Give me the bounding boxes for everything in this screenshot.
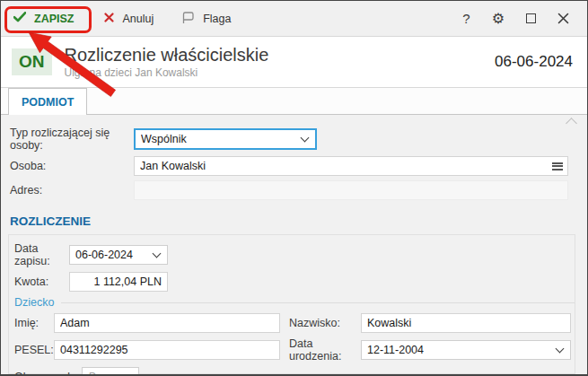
osoba-input-wrap — [134, 156, 568, 176]
pesel-urodzenia-row: PESEL: Data urodzenia: 12-11-2004 — [14, 337, 575, 363]
adres-field — [134, 180, 568, 200]
checkmark-icon — [13, 12, 26, 25]
kwota-row: Kwota: — [14, 272, 575, 292]
close-button[interactable] — [557, 13, 569, 24]
cancel-button-label: Anuluj — [122, 13, 154, 25]
rozliczenie-section: Data zapisu: 06-06-2024 Kwota: Dziecko I… — [8, 234, 575, 374]
window-controls: ? ⚙ — [462, 12, 587, 26]
nazwisko-label: Nazwisko: — [289, 317, 361, 329]
dziecko-legend[interactable]: Dziecko — [14, 296, 61, 309]
imie-input[interactable] — [54, 313, 280, 333]
pesel-label: PESEL: — [14, 344, 54, 356]
nazwisko-input[interactable] — [361, 313, 571, 333]
record-header: ON Rozliczenie właścicielskie Ulga na dz… — [1, 37, 587, 88]
rozliczenie-heading: ROZLICZENIE — [10, 214, 587, 228]
okresy-od-placeholder: Początek — [88, 371, 118, 376]
chevron-down-icon — [124, 372, 133, 376]
okresy-od-select[interactable]: Początek — [82, 367, 139, 376]
adres-label: Adres: — [10, 184, 134, 197]
typ-osoby-label: Typ rozliczającej się osoby: — [10, 127, 134, 152]
data-urodzenia-value: 12-11-2004 — [367, 344, 549, 356]
imie-nazwisko-row: Imię: Nazwisko: — [14, 313, 575, 333]
menu-icon[interactable] — [552, 161, 563, 171]
chevron-down-icon — [153, 249, 162, 258]
data-zapisu-value: 06-06-2024 — [75, 249, 146, 261]
flag-button-label: Flaga — [203, 13, 231, 25]
data-urodzenia-select[interactable]: 12-11-2004 — [361, 340, 571, 360]
pesel-input[interactable] — [54, 340, 280, 360]
osoba-row: Osoba: — [10, 156, 587, 176]
toolbar: ZAPISZ Anuluj Flaga ? ⚙ — [1, 1, 587, 37]
page-title: Rozliczenie właścicielskie — [65, 45, 269, 66]
cancel-button[interactable]: Anuluj — [104, 13, 154, 25]
data-urodzenia-label: Data urodzenia: — [289, 337, 361, 363]
flag-icon — [180, 10, 195, 27]
app-window: ZAPISZ Anuluj Flaga ? ⚙ ON Rozliczenie w — [0, 0, 588, 376]
record-date: 06-06-2024 — [495, 53, 573, 71]
title-block: Rozliczenie właścicielskie Ulga na dziec… — [65, 45, 269, 79]
x-icon — [104, 13, 114, 25]
tab-podmiot[interactable]: PODMIOT — [8, 88, 87, 115]
close-icon — [557, 13, 569, 24]
maximize-button[interactable] — [526, 13, 536, 23]
adres-row: Adres: — [10, 180, 587, 200]
typ-osoby-value: Wspólnik — [141, 133, 294, 145]
data-zapisu-select[interactable]: 06-06-2024 — [69, 245, 168, 265]
imie-label: Imię: — [14, 317, 54, 329]
chevron-down-icon — [556, 345, 565, 354]
typ-osoby-select[interactable]: Wspólnik — [134, 128, 317, 150]
page-subtitle: Ulga na dzieci Jan Kowalski — [65, 66, 269, 79]
typ-osoby-row: Typ rozliczającej się osoby: Wspólnik — [10, 127, 587, 152]
save-button-label: ZAPISZ — [34, 13, 74, 25]
od-label: od: — [57, 371, 82, 376]
dziecko-group: Dziecko Imię: Nazwisko: PESEL: Data urod… — [14, 296, 575, 376]
okresy-label: Okresy: — [14, 371, 57, 376]
kwota-input[interactable] — [69, 272, 168, 292]
kwota-label: Kwota: — [14, 275, 69, 288]
maximize-icon — [526, 13, 536, 23]
data-zapisu-label: Data zapisu: — [14, 242, 69, 267]
save-button[interactable]: ZAPISZ — [13, 12, 74, 25]
osoba-label: Osoba: — [10, 160, 134, 172]
data-zapisu-row: Data zapisu: 06-06-2024 — [14, 242, 575, 267]
flag-button[interactable]: Flaga — [180, 10, 231, 27]
status-badge: ON — [12, 48, 52, 75]
okresy-row: Okresy: od: Początek — [14, 367, 575, 376]
settings-gear-icon[interactable]: ⚙ — [492, 12, 505, 26]
help-button[interactable]: ? — [462, 12, 470, 25]
osoba-input[interactable] — [134, 156, 568, 176]
tab-bar: PODMIOT — [1, 88, 587, 115]
form-area: Typ rozliczającej się osoby: Wspólnik Os… — [1, 115, 587, 374]
chevron-down-icon — [301, 134, 310, 143]
